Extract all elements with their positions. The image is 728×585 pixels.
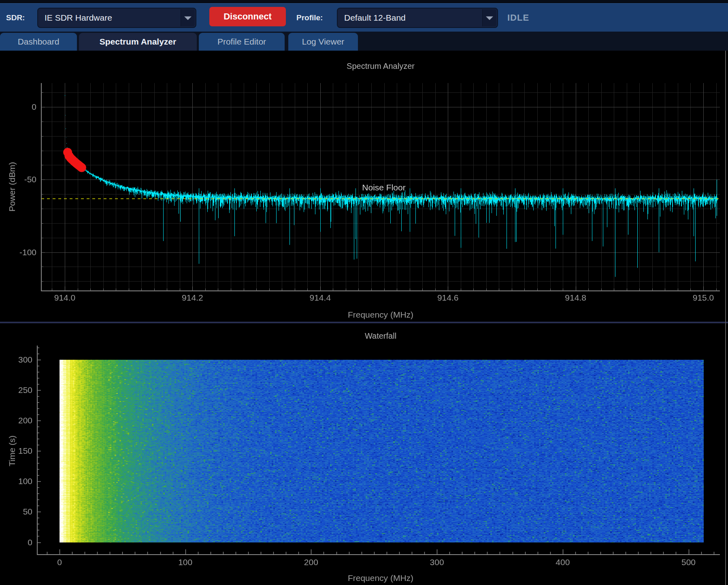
sdr-select-arrow-box[interactable] bbox=[181, 9, 195, 26]
waterfall-x-tick-label: 500 bbox=[681, 557, 696, 568]
sdr-label: SDR: bbox=[6, 13, 25, 22]
profile-label: Profile: bbox=[296, 13, 323, 22]
profile-select-value: Default 12-Band bbox=[344, 13, 406, 23]
spectrum-yaxis-label: Power (dBm) bbox=[7, 162, 17, 212]
spectrum-y-tick-label: -50 bbox=[8, 174, 36, 185]
waterfall-y-tick-label: 250 bbox=[8, 385, 32, 395]
waterfall-x-tick-label: 400 bbox=[556, 557, 570, 568]
spectrum-x-tick-label: 914.6 bbox=[437, 292, 459, 303]
profile-select[interactable]: Default 12-Band bbox=[337, 8, 498, 28]
spectrum-title: Spectrum Analyzer bbox=[347, 62, 415, 71]
status-badge: IDLE bbox=[507, 13, 529, 23]
spectrum-xaxis-label: Frequency (MHz) bbox=[348, 310, 413, 320]
chevron-down-icon bbox=[486, 16, 493, 20]
waterfall-x-tick-label: 300 bbox=[430, 557, 444, 568]
tab-bar: Dashboard Spectrum Analyzer Profile Edit… bbox=[0, 32, 728, 51]
spectrum-y-tick-label: -100 bbox=[8, 247, 36, 258]
waterfall-x-tick-label: 100 bbox=[178, 557, 192, 568]
spectrum-x-tick-label: 914.4 bbox=[310, 292, 331, 303]
sdr-app-window: SDR: IE SDR Hardware Disconnect Profile:… bbox=[0, 0, 728, 585]
spectrum-x-tick-label: 914.0 bbox=[54, 292, 76, 303]
chevron-down-icon bbox=[184, 16, 192, 20]
waterfall-title: Waterfall bbox=[365, 331, 396, 341]
waterfall-y-tick-label: 150 bbox=[8, 446, 32, 456]
tab-dashboard[interactable]: Dashboard bbox=[0, 33, 77, 51]
waterfall-y-tick-label: 50 bbox=[8, 506, 32, 517]
waterfall-y-tick-label: 300 bbox=[8, 354, 32, 365]
waterfall-y-tick-label: 0 bbox=[8, 537, 32, 548]
spectrum-panel: Spectrum Analyzer Noise Floor Frequency … bbox=[0, 51, 728, 322]
sdr-select-value: IE SDR Hardware bbox=[45, 13, 112, 23]
spectrum-x-tick-label: 915.0 bbox=[693, 292, 714, 303]
tab-log-viewer[interactable]: Log Viewer bbox=[288, 33, 358, 51]
spectrum-x-tick-label: 914.2 bbox=[182, 292, 203, 303]
spectrum-y-tick-label: 0 bbox=[8, 102, 36, 112]
noise-floor-label: Noise Floor bbox=[362, 183, 405, 192]
window-top-strip bbox=[0, 0, 728, 3]
tab-profile-editor[interactable]: Profile Editor bbox=[199, 33, 285, 51]
waterfall-y-tick-label: 200 bbox=[8, 415, 32, 426]
disconnect-button[interactable]: Disconnect bbox=[209, 7, 286, 26]
toolbar: SDR: IE SDR Hardware Disconnect Profile:… bbox=[0, 3, 728, 32]
tab-spectrum-analyzer[interactable]: Spectrum Analyzer bbox=[79, 33, 197, 51]
window-right-border bbox=[725, 51, 726, 585]
waterfall-x-tick-label: 200 bbox=[304, 557, 318, 568]
waterfall-y-tick-label: 100 bbox=[8, 476, 32, 487]
waterfall-x-tick-label: 0 bbox=[57, 557, 62, 568]
waterfall-xaxis-label: Frequency (MHz) bbox=[348, 573, 413, 583]
spectrum-x-tick-label: 914.8 bbox=[565, 292, 586, 303]
profile-select-arrow-box[interactable] bbox=[482, 9, 496, 26]
waterfall-plot-canvas[interactable] bbox=[0, 323, 728, 585]
waterfall-panel: Waterfall Frequency (MHz) Time (s) 01002… bbox=[0, 323, 728, 585]
sdr-select[interactable]: IE SDR Hardware bbox=[37, 8, 196, 28]
